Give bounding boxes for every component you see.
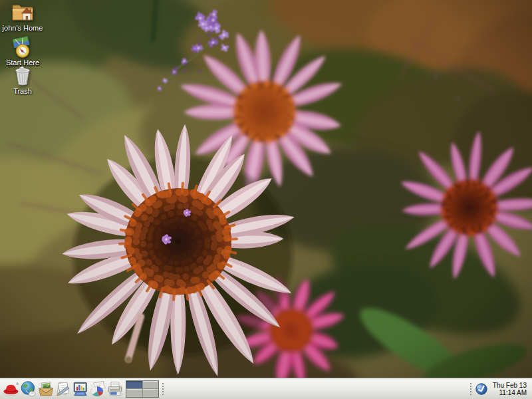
red-hat-icon (3, 380, 20, 398)
panel-clock[interactable]: Thu Feb 13 11:14 AM (493, 382, 527, 396)
blue-check-icon (475, 382, 488, 396)
workspace-cell[interactable] (126, 389, 142, 397)
clock-time: 11:14 AM (493, 389, 527, 396)
home-folder-icon (11, 2, 35, 23)
main-menu-button[interactable] (3, 380, 20, 398)
screen-chart-icon (72, 380, 89, 398)
pie-chart-icon (89, 380, 106, 398)
web-browser-launcher[interactable] (20, 380, 37, 398)
tray-drag-handle[interactable] (469, 382, 473, 396)
desktop[interactable]: john's Home Start Here Trash (0, 0, 532, 378)
print-manager-launcher[interactable] (106, 380, 124, 398)
workspace-cell[interactable] (143, 389, 159, 397)
desktop-icon-trash[interactable]: Trash (1, 65, 44, 95)
globe-mouse-icon (20, 380, 37, 398)
presentation-launcher[interactable] (72, 380, 89, 398)
documents-pen-icon (55, 380, 72, 398)
desktop-icon-label: john's Home (3, 24, 43, 32)
trash-icon (13, 65, 33, 86)
workspace-cell[interactable] (126, 381, 142, 389)
workspace-cell[interactable] (143, 381, 159, 389)
desktop-icon-home[interactable]: john's Home (1, 2, 44, 32)
desktop-wallpaper (0, 0, 532, 399)
clock-date: Thu Feb 13 (493, 382, 527, 389)
taskbar-panel: Thu Feb 13 11:14 AM (0, 378, 532, 399)
desktop-icon-label: Trash (13, 87, 32, 95)
start-here-icon (11, 36, 35, 58)
update-notifier-icon[interactable] (475, 382, 488, 396)
printer-icon (106, 380, 124, 398)
envelope-photo-icon (37, 380, 55, 398)
word-processor-launcher[interactable] (55, 380, 72, 398)
spreadsheet-launcher[interactable] (89, 380, 106, 398)
panel-drag-handle[interactable] (161, 382, 165, 396)
email-launcher[interactable] (37, 380, 55, 398)
workspace-switcher[interactable] (126, 380, 159, 398)
desktop-icon-start-here[interactable]: Start Here (1, 36, 44, 66)
